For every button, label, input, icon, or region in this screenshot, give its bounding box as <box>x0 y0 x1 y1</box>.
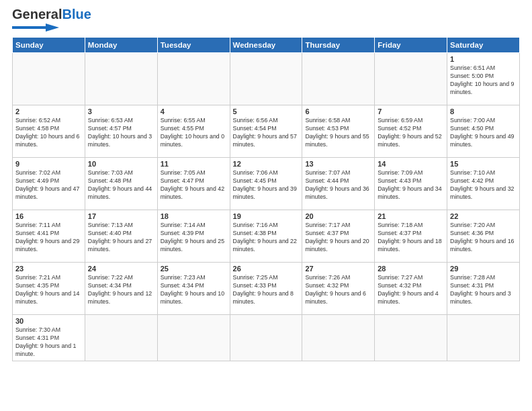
day-info: Sunrise: 7:30 AM Sunset: 4:31 PM Dayligh… <box>15 326 82 359</box>
day-number: 12 <box>233 160 300 168</box>
calendar-cell: 26Sunrise: 7:25 AM Sunset: 4:33 PM Dayli… <box>230 263 302 315</box>
day-number: 5 <box>233 107 300 116</box>
calendar-cell: 24Sunrise: 7:22 AM Sunset: 4:34 PM Dayli… <box>85 263 157 315</box>
day-info: Sunrise: 7:22 AM Sunset: 4:34 PM Dayligh… <box>88 274 154 306</box>
day-number: 4 <box>161 107 227 116</box>
calendar-cell: 6Sunrise: 6:58 AM Sunset: 4:53 PM Daylig… <box>302 105 375 158</box>
day-number: 2 <box>15 107 82 116</box>
day-info: Sunrise: 7:13 AM Sunset: 4:40 PM Dayligh… <box>88 222 154 254</box>
svg-rect-0 <box>12 26 46 29</box>
day-number: 9 <box>15 160 82 168</box>
calendar-header-row: Sunday Monday Tuesday Wednesday Thursday… <box>13 38 520 53</box>
calendar-cell: 30Sunrise: 7:30 AM Sunset: 4:31 PM Dayli… <box>13 315 85 361</box>
day-info: Sunrise: 7:26 AM Sunset: 4:32 PM Dayligh… <box>305 274 371 306</box>
calendar-cell: 9Sunrise: 7:02 AM Sunset: 4:49 PM Daylig… <box>13 158 85 210</box>
day-info: Sunrise: 6:59 AM Sunset: 4:52 PM Dayligh… <box>378 117 444 149</box>
day-number: 6 <box>305 107 371 116</box>
calendar-cell <box>375 315 447 361</box>
day-info: Sunrise: 7:23 AM Sunset: 4:34 PM Dayligh… <box>161 274 227 306</box>
calendar-cell: 2Sunrise: 6:52 AM Sunset: 4:58 PM Daylig… <box>13 105 85 158</box>
calendar-cell <box>85 53 157 105</box>
calendar-cell: 16Sunrise: 7:11 AM Sunset: 4:41 PM Dayli… <box>13 210 85 263</box>
day-number: 14 <box>378 160 444 168</box>
calendar-cell: 13Sunrise: 7:07 AM Sunset: 4:44 PM Dayli… <box>302 158 375 210</box>
day-number: 25 <box>161 265 227 273</box>
calendar-cell: 25Sunrise: 7:23 AM Sunset: 4:34 PM Dayli… <box>157 263 230 315</box>
day-number: 8 <box>450 107 517 116</box>
day-number: 20 <box>305 212 371 220</box>
calendar-cell: 14Sunrise: 7:09 AM Sunset: 4:43 PM Dayli… <box>375 158 447 210</box>
day-info: Sunrise: 6:53 AM Sunset: 4:57 PM Dayligh… <box>88 117 154 149</box>
calendar-cell: 15Sunrise: 7:10 AM Sunset: 4:42 PM Dayli… <box>447 158 520 210</box>
day-number: 30 <box>15 317 82 325</box>
day-info: Sunrise: 7:02 AM Sunset: 4:49 PM Dayligh… <box>15 169 82 201</box>
page: General Blue Sunday Monday Tuesday Wedne… <box>0 0 532 411</box>
svg-marker-1 <box>46 24 59 32</box>
calendar-cell: 18Sunrise: 7:14 AM Sunset: 4:39 PM Dayli… <box>157 210 230 263</box>
day-info: Sunrise: 7:00 AM Sunset: 4:50 PM Dayligh… <box>450 117 517 149</box>
calendar-cell: 11Sunrise: 7:05 AM Sunset: 4:47 PM Dayli… <box>157 158 230 210</box>
col-thursday: Thursday <box>302 38 375 53</box>
calendar-cell: 3Sunrise: 6:53 AM Sunset: 4:57 PM Daylig… <box>85 105 157 158</box>
day-info: Sunrise: 6:52 AM Sunset: 4:58 PM Dayligh… <box>15 117 82 149</box>
logo-underline-icon <box>12 22 59 33</box>
day-number: 27 <box>305 265 371 273</box>
day-number: 13 <box>305 160 371 168</box>
calendar-cell: 7Sunrise: 6:59 AM Sunset: 4:52 PM Daylig… <box>375 105 447 158</box>
day-number: 11 <box>161 160 227 168</box>
day-number: 17 <box>88 212 154 220</box>
day-number: 16 <box>15 212 82 220</box>
calendar-cell: 10Sunrise: 7:03 AM Sunset: 4:48 PM Dayli… <box>85 158 157 210</box>
calendar-cell: 12Sunrise: 7:06 AM Sunset: 4:45 PM Dayli… <box>230 158 302 210</box>
calendar-cell <box>302 315 375 361</box>
day-number: 15 <box>450 160 517 168</box>
col-saturday: Saturday <box>447 38 520 53</box>
day-info: Sunrise: 7:28 AM Sunset: 4:31 PM Dayligh… <box>450 274 517 306</box>
calendar-cell: 4Sunrise: 6:55 AM Sunset: 4:55 PM Daylig… <box>157 105 230 158</box>
day-info: Sunrise: 6:55 AM Sunset: 4:55 PM Dayligh… <box>161 117 227 149</box>
day-number: 22 <box>450 212 517 220</box>
day-info: Sunrise: 7:07 AM Sunset: 4:44 PM Dayligh… <box>305 169 371 201</box>
day-info: Sunrise: 7:18 AM Sunset: 4:37 PM Dayligh… <box>378 222 444 254</box>
day-number: 3 <box>88 107 154 116</box>
header: General Blue <box>12 7 520 33</box>
day-info: Sunrise: 7:09 AM Sunset: 4:43 PM Dayligh… <box>378 169 444 201</box>
calendar-cell: 20Sunrise: 7:17 AM Sunset: 4:37 PM Dayli… <box>302 210 375 263</box>
calendar-cell <box>375 53 447 105</box>
calendar-cell <box>157 315 230 361</box>
day-info: Sunrise: 7:03 AM Sunset: 4:48 PM Dayligh… <box>88 169 154 201</box>
calendar-cell: 28Sunrise: 7:27 AM Sunset: 4:32 PM Dayli… <box>375 263 447 315</box>
calendar-cell <box>447 315 520 361</box>
calendar-cell: 8Sunrise: 7:00 AM Sunset: 4:50 PM Daylig… <box>447 105 520 158</box>
day-number: 24 <box>88 265 154 273</box>
calendar-cell <box>13 53 85 105</box>
day-number: 29 <box>450 265 517 273</box>
day-number: 23 <box>15 265 82 273</box>
calendar-cell: 1Sunrise: 6:51 AM Sunset: 5:00 PM Daylig… <box>447 53 520 105</box>
calendar-cell <box>302 53 375 105</box>
day-info: Sunrise: 6:58 AM Sunset: 4:53 PM Dayligh… <box>305 117 371 149</box>
calendar-cell: 22Sunrise: 7:20 AM Sunset: 4:36 PM Dayli… <box>447 210 520 263</box>
calendar-cell <box>157 53 230 105</box>
calendar-cell: 17Sunrise: 7:13 AM Sunset: 4:40 PM Dayli… <box>85 210 157 263</box>
day-info: Sunrise: 7:10 AM Sunset: 4:42 PM Dayligh… <box>450 169 517 201</box>
day-info: Sunrise: 7:16 AM Sunset: 4:38 PM Dayligh… <box>233 222 300 254</box>
col-wednesday: Wednesday <box>230 38 302 53</box>
day-number: 19 <box>233 212 300 220</box>
calendar-cell: 21Sunrise: 7:18 AM Sunset: 4:37 PM Dayli… <box>375 210 447 263</box>
day-info: Sunrise: 6:51 AM Sunset: 5:00 PM Dayligh… <box>450 64 517 97</box>
day-info: Sunrise: 7:21 AM Sunset: 4:35 PM Dayligh… <box>15 274 82 306</box>
calendar-cell: 27Sunrise: 7:26 AM Sunset: 4:32 PM Dayli… <box>302 263 375 315</box>
calendar-cell: 29Sunrise: 7:28 AM Sunset: 4:31 PM Dayli… <box>447 263 520 315</box>
calendar: Sunday Monday Tuesday Wednesday Thursday… <box>12 37 520 361</box>
day-info: Sunrise: 7:25 AM Sunset: 4:33 PM Dayligh… <box>233 274 300 306</box>
day-info: Sunrise: 7:27 AM Sunset: 4:32 PM Dayligh… <box>378 274 444 306</box>
day-number: 1 <box>450 55 517 63</box>
calendar-cell: 5Sunrise: 6:56 AM Sunset: 4:54 PM Daylig… <box>230 105 302 158</box>
day-info: Sunrise: 7:17 AM Sunset: 4:37 PM Dayligh… <box>305 222 371 254</box>
col-friday: Friday <box>375 38 447 53</box>
day-number: 18 <box>161 212 227 220</box>
day-number: 7 <box>378 107 444 116</box>
day-number: 28 <box>378 265 444 273</box>
day-info: Sunrise: 6:56 AM Sunset: 4:54 PM Dayligh… <box>233 117 300 149</box>
